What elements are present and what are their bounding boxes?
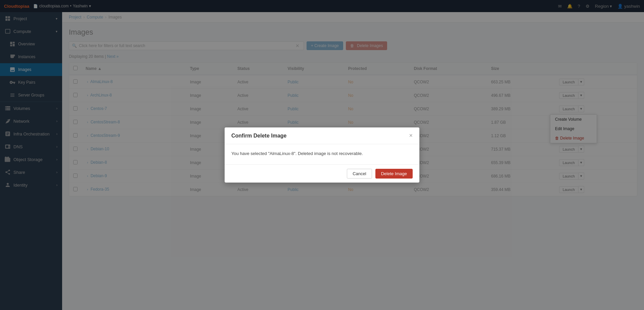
modal-header: Confirm Delete Image × [225,127,419,144]
delete-image-button[interactable]: Delete Image [375,169,413,179]
modal-footer: Cancel Delete Image [225,164,419,183]
cancel-button[interactable]: Cancel [347,169,372,179]
delete-image-modal: Confirm Delete Image × You have selected… [225,127,419,183]
modal-close-button[interactable]: × [409,132,413,139]
modal-title: Confirm Delete Image [231,133,286,139]
modal-body: You have selected "AlmaLinux-8". Deleted… [225,144,419,164]
modal-overlay: Confirm Delete Image × You have selected… [0,0,644,310]
modal-message: You have selected "AlmaLinux-8". Deleted… [231,151,363,156]
